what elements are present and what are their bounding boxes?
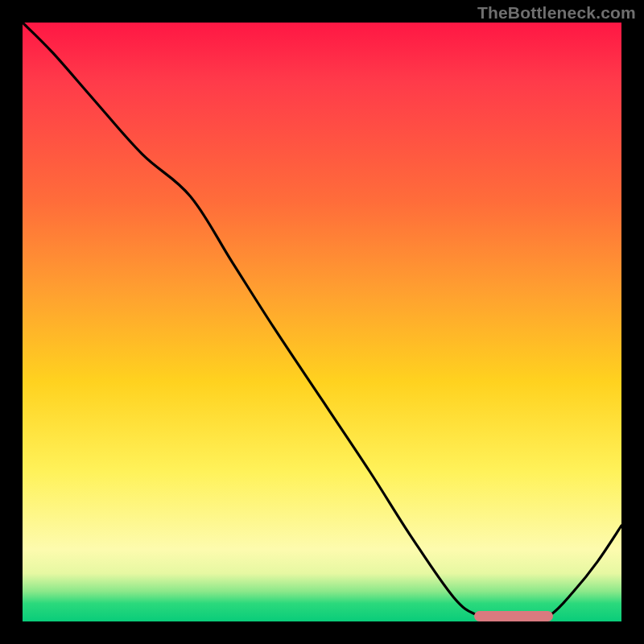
optimal-range-marker: [474, 611, 552, 621]
chart-frame: TheBottleneck.com: [0, 0, 644, 644]
curve-path: [23, 23, 621, 621]
plot-area: [23, 23, 621, 621]
attribution-text: TheBottleneck.com: [477, 3, 636, 23]
bottleneck-curve: [23, 23, 621, 621]
